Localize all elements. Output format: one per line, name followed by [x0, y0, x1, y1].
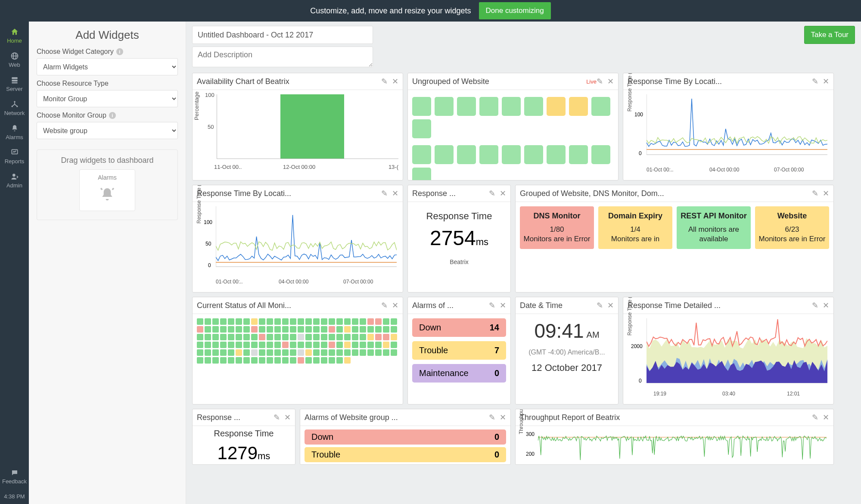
status-mini-cell[interactable] — [228, 334, 234, 340]
status-mini-cell[interactable] — [336, 326, 343, 333]
widget-grouped-monitors[interactable]: Grouped of Website, DNS Monitor, Dom... … — [515, 185, 834, 292]
status-mini-cell[interactable] — [220, 342, 227, 348]
edit-icon[interactable]: ✎ — [381, 301, 388, 310]
status-mini-cell[interactable] — [243, 357, 250, 364]
close-icon[interactable]: ✕ — [823, 301, 829, 310]
widget-ungrouped-website[interactable]: Ungrouped of WebsiteLive ✎✕ — [407, 73, 619, 180]
nav-network[interactable]: Network — [0, 96, 29, 121]
status-mini-cell[interactable] — [197, 334, 203, 340]
status-mini-cell[interactable] — [391, 334, 397, 340]
status-mini-cell[interactable] — [243, 342, 250, 348]
status-mini-cell[interactable] — [259, 334, 265, 340]
monitor-group-select[interactable]: Website group — [37, 122, 178, 139]
status-mini-cell[interactable] — [391, 349, 397, 356]
status-mini-cell[interactable] — [282, 334, 289, 340]
close-icon[interactable]: ✕ — [823, 189, 829, 198]
status-mini-cell[interactable] — [344, 357, 351, 364]
status-cell[interactable] — [435, 145, 454, 164]
status-mini-cell[interactable] — [290, 326, 296, 333]
status-mini-cell[interactable] — [298, 349, 304, 356]
status-mini-cell[interactable] — [367, 334, 374, 340]
alarm-row-trouble[interactable]: Trouble7 — [412, 341, 506, 360]
status-mini-cell[interactable] — [298, 326, 304, 333]
status-mini-cell[interactable] — [360, 334, 366, 340]
status-mini-cell[interactable] — [236, 349, 242, 356]
status-mini-cell[interactable] — [274, 349, 281, 356]
close-icon[interactable]: ✕ — [607, 77, 614, 86]
close-icon[interactable]: ✕ — [823, 77, 829, 86]
widget-response-time-2[interactable]: Response ... ✎✕ Response Time 1279ms — [192, 409, 295, 465]
status-mini-cell[interactable] — [205, 349, 211, 356]
status-mini-cell[interactable] — [259, 326, 265, 333]
status-mini-cell[interactable] — [329, 334, 335, 340]
edit-icon[interactable]: ✎ — [812, 189, 818, 198]
status-mini-cell[interactable] — [251, 342, 258, 348]
status-mini-cell[interactable] — [305, 326, 312, 333]
edit-icon[interactable]: ✎ — [489, 301, 495, 310]
edit-icon[interactable]: ✎ — [381, 189, 388, 198]
edit-icon[interactable]: ✎ — [274, 413, 280, 422]
drag-widget-alarms[interactable]: Alarms — [79, 169, 135, 211]
status-mini-cell[interactable] — [197, 349, 203, 356]
close-icon[interactable]: ✕ — [392, 301, 398, 310]
status-mini-cell[interactable] — [267, 357, 273, 364]
status-mini-cell[interactable] — [321, 326, 327, 333]
status-mini-cell[interactable] — [329, 349, 335, 356]
close-icon[interactable]: ✕ — [500, 413, 506, 422]
status-mini-cell[interactable] — [228, 326, 234, 333]
status-mini-cell[interactable] — [259, 349, 265, 356]
status-mini-cell[interactable] — [321, 318, 327, 325]
status-mini-cell[interactable] — [290, 334, 296, 340]
close-icon[interactable]: ✕ — [284, 413, 291, 422]
status-mini-cell[interactable] — [259, 342, 265, 348]
status-mini-cell[interactable] — [236, 342, 242, 348]
status-mini-cell[interactable] — [212, 342, 219, 348]
status-mini-cell[interactable] — [321, 342, 327, 348]
status-mini-cell[interactable] — [243, 326, 250, 333]
status-mini-cell[interactable] — [290, 342, 296, 348]
status-mini-cell[interactable] — [329, 318, 335, 325]
status-mini-cell[interactable] — [321, 357, 327, 364]
info-icon[interactable]: i — [109, 112, 116, 119]
close-icon[interactable]: ✕ — [392, 77, 398, 86]
status-mini-cell[interactable] — [267, 349, 273, 356]
status-mini-cell[interactable] — [290, 349, 296, 356]
status-mini-cell[interactable] — [391, 342, 397, 348]
status-mini-cell[interactable] — [352, 318, 358, 325]
dashboard-title-input[interactable] — [192, 26, 373, 44]
status-mini-cell[interactable] — [282, 342, 289, 348]
status-mini-cell[interactable] — [313, 326, 320, 333]
edit-icon[interactable]: ✎ — [489, 413, 495, 422]
status-mini-cell[interactable] — [305, 318, 312, 325]
status-mini-cell[interactable] — [383, 342, 389, 348]
status-mini-cell[interactable] — [329, 342, 335, 348]
status-mini-cell[interactable] — [329, 357, 335, 364]
status-mini-cell[interactable] — [360, 349, 366, 356]
status-cell[interactable] — [502, 145, 521, 164]
status-mini-cell[interactable] — [251, 318, 258, 325]
dashboard-description-input[interactable] — [192, 47, 373, 67]
status-cell[interactable] — [412, 97, 431, 116]
status-cell[interactable] — [412, 145, 431, 164]
status-mini-cell[interactable] — [243, 318, 250, 325]
status-mini-cell[interactable] — [375, 349, 382, 356]
status-mini-cell[interactable] — [344, 349, 351, 356]
status-mini-cell[interactable] — [367, 318, 374, 325]
status-mini-cell[interactable] — [375, 318, 382, 325]
status-mini-cell[interactable] — [220, 357, 227, 364]
alarm-row-maintenance[interactable]: Maintenance0 — [412, 364, 506, 383]
nav-web[interactable]: Web — [0, 48, 29, 72]
status-mini-cell[interactable] — [274, 357, 281, 364]
status-mini-cell[interactable] — [236, 334, 242, 340]
status-cell[interactable] — [457, 97, 476, 116]
status-cell[interactable] — [524, 97, 543, 116]
status-cell[interactable] — [547, 97, 566, 116]
status-mini-cell[interactable] — [352, 342, 358, 348]
status-mini-cell[interactable] — [336, 349, 343, 356]
status-mini-cell[interactable] — [251, 357, 258, 364]
close-icon[interactable]: ✕ — [500, 189, 506, 198]
widget-response-time-location-2[interactable]: Response Time By Locati... ✎✕ Response T… — [192, 185, 403, 292]
status-mini-cell[interactable] — [197, 326, 203, 333]
status-mini-cell[interactable] — [321, 349, 327, 356]
status-mini-cell[interactable] — [236, 357, 242, 364]
